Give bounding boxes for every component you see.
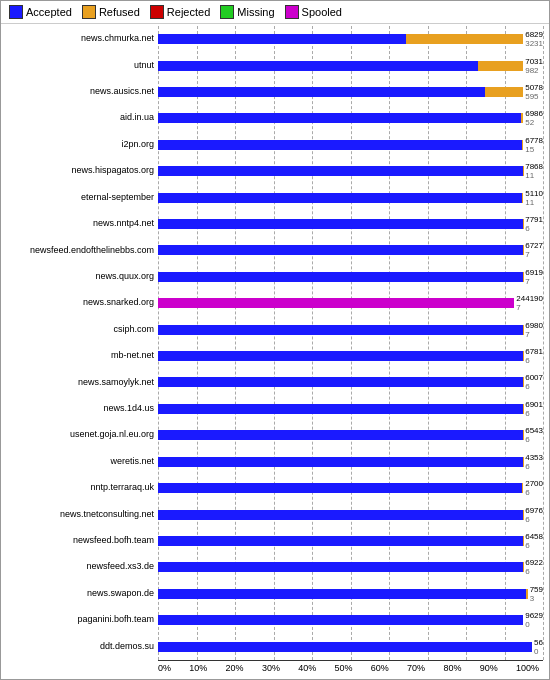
bar-row: 77916 (158, 217, 543, 231)
bar-segment (158, 34, 406, 44)
bar-values: 786811 (525, 162, 543, 180)
bar-value-secondary: 3231 (525, 39, 543, 48)
x-tick: 20% (226, 663, 244, 673)
bar-values: 5078595 (525, 83, 543, 101)
bar-values: 560 (534, 638, 543, 656)
bar-value-secondary: 982 (525, 66, 543, 75)
bar-value-secondary: 6 (525, 567, 543, 576)
bar-segment (158, 351, 523, 361)
bar-value-primary: 6829 (525, 30, 543, 39)
y-label: utnut (3, 61, 154, 71)
y-label: news.swapon.de (3, 589, 154, 599)
bar-value-primary: 5078 (525, 83, 543, 92)
bar-value-primary: 2700 (525, 479, 543, 488)
x-tick: 100% (516, 663, 539, 673)
bar-segment (158, 219, 523, 229)
legend-color (285, 5, 299, 19)
bar-values: 43536 (525, 453, 543, 471)
bar-value-primary: 6922 (525, 558, 543, 567)
bar-row: 69766 (158, 508, 543, 522)
y-label: news.chmurka.net (3, 34, 154, 44)
x-tick: 30% (262, 663, 280, 673)
bar-row: 69226 (158, 560, 543, 574)
bar-values: 69226 (525, 558, 543, 576)
y-label: mb-net.net (3, 351, 154, 361)
y-label: usenet.goja.nl.eu.org (3, 430, 154, 440)
bar-value-secondary: 6 (525, 409, 543, 418)
y-label: i2pn.org (3, 140, 154, 150)
bar-value-primary: 7868 (525, 162, 543, 171)
bar-value-secondary: 6 (525, 541, 543, 550)
bar-value-secondary: 3 (530, 594, 543, 603)
bar-segment (158, 193, 522, 203)
bar-row: 69016 (158, 402, 543, 416)
y-label: news.hispagatos.org (3, 166, 154, 176)
bar-segment (158, 510, 523, 520)
bar-value-primary: 6781 (525, 347, 543, 356)
bar-value-primary: 759 (530, 585, 543, 594)
bar-values: 69197 (525, 268, 543, 286)
bar-row: 698652 (158, 111, 543, 125)
grid-line (543, 26, 544, 660)
bar-row: 677815 (158, 138, 543, 152)
bar-values: 69807 (525, 321, 543, 339)
legend: Accepted Refused Rejected Missing Spoole… (1, 1, 549, 24)
bar-values: 65436 (525, 426, 543, 444)
bar-segment (158, 562, 523, 572)
bar-values: 2441907 (516, 294, 543, 312)
bar-row: 65436 (158, 428, 543, 442)
bar-value-primary: 4353 (525, 453, 543, 462)
bar-segment (485, 87, 523, 97)
bar-values: 69016 (525, 400, 543, 418)
bar-value-primary: 6727 (525, 241, 543, 250)
bar-row: 560 (158, 640, 543, 654)
legend-item-accepted: Accepted (9, 5, 72, 19)
y-label: news.nntp4.net (3, 219, 154, 229)
bar-value-secondary: 6 (525, 224, 543, 233)
y-label: newsfeed.xs3.de (3, 562, 154, 572)
bar-row: 7031982 (158, 59, 543, 73)
bar-segment (158, 272, 523, 282)
y-label: aid.in.ua (3, 113, 154, 123)
bar-segment (158, 589, 526, 599)
bar-segment (158, 325, 523, 335)
bar-row: 2441907 (158, 296, 543, 310)
bar-value-secondary: 0 (534, 647, 543, 656)
bar-values: 96290 (525, 611, 543, 629)
bar-segment (158, 483, 522, 493)
bar-row: 67816 (158, 349, 543, 363)
y-label: newsfeed.endofthelinebbs.com (3, 246, 154, 256)
bar-row: 96290 (158, 613, 543, 627)
bar-values: 77916 (525, 215, 543, 233)
bar-value-primary: 6980 (525, 321, 543, 330)
x-tick: 70% (407, 663, 425, 673)
bar-segment (158, 430, 523, 440)
y-label: ddt.demos.su (3, 642, 154, 652)
bar-values: 511011 (525, 189, 543, 207)
legend-color (220, 5, 234, 19)
bar-value-secondary: 7 (525, 277, 543, 286)
bar-value-secondary: 7 (525, 330, 543, 339)
x-tick: 60% (371, 663, 389, 673)
y-label: news.snarked.org (3, 298, 154, 308)
bar-value-primary: 5110 (525, 189, 543, 198)
bar-segment (158, 404, 523, 414)
y-label: csiph.com (3, 325, 154, 335)
bar-value-primary: 6007 (525, 373, 543, 382)
bar-row: 69197 (158, 270, 543, 284)
bar-row: 60076 (158, 375, 543, 389)
bar-value-secondary: 6 (525, 462, 543, 471)
bar-segment (406, 34, 523, 44)
bar-segment (158, 377, 523, 387)
bar-value-primary: 6976 (525, 506, 543, 515)
y-label: newsfeed.bofh.team (3, 536, 154, 546)
bar-segment (158, 166, 523, 176)
bar-segment (158, 536, 523, 546)
bar-values: 67277 (525, 241, 543, 259)
bar-value-secondary: 11 (525, 171, 543, 180)
y-label: nntp.terraraq.uk (3, 483, 154, 493)
legend-label: Refused (99, 6, 140, 18)
bar-value-primary: 7031 (525, 57, 543, 66)
bar-value-secondary: 52 (525, 118, 543, 127)
bar-value-primary: 56 (534, 638, 543, 647)
